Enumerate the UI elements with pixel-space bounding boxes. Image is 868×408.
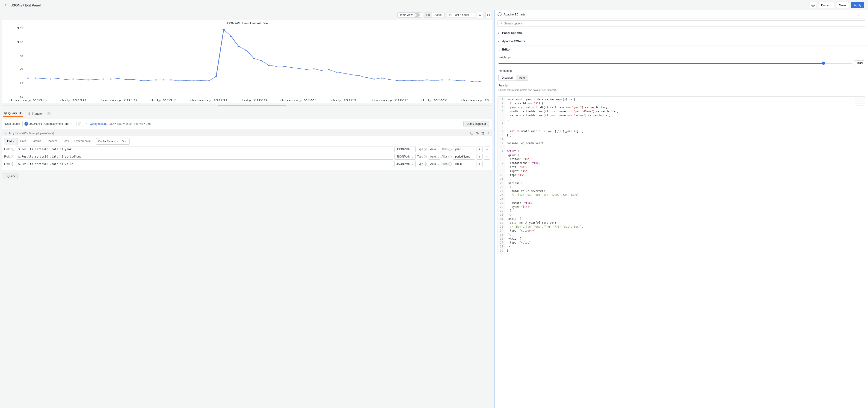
chevron-right-icon[interactable]: › [863, 13, 865, 16]
chevron-down-icon [70, 123, 72, 125]
function-sublabel: Should return parameters and data for se… [498, 89, 864, 91]
drag-handle-icon[interactable] [487, 132, 490, 135]
fill-option[interactable]: Fill [424, 12, 432, 18]
svg-point-44 [200, 80, 202, 81]
remove-field-button[interactable]: − [484, 154, 490, 159]
search-options-input[interactable] [497, 20, 865, 27]
chevron-right-icon: › [498, 39, 500, 43]
formatting-auto[interactable]: Auto [516, 75, 528, 81]
duplicate-icon[interactable] [470, 132, 473, 135]
chevron-down-icon[interactable]: ⌄ [856, 13, 861, 16]
section-title: Apache ECharts [502, 39, 525, 43]
breadcrumb: JSONs / Edit Panel [11, 3, 40, 7]
svg-point-27 [72, 79, 74, 80]
clock-icon [449, 13, 452, 17]
field-row: Field i $.Results.series[0].data[*].valu… [4, 160, 490, 168]
svg-point-38 [155, 80, 157, 81]
svg-point-88 [489, 133, 489, 134]
code-editor[interactable]: 1 2 3 4 5 6 7 8 9 10 11 12 13 14 15 16 1… [497, 96, 865, 254]
info-icon: i [11, 155, 14, 158]
add-field-button[interactable]: + [476, 154, 483, 159]
field-lang-select[interactable]: JSONPath ⌄ [395, 146, 416, 152]
section-apache-echarts[interactable]: › Apache ECharts [495, 37, 868, 45]
height-value-input[interactable] [854, 60, 864, 66]
datasource-select[interactable]: i JSON API - Unemployment rate [22, 121, 74, 127]
svg-point-39 [162, 80, 165, 81]
svg-point-50 [245, 50, 247, 51]
eye-icon[interactable] [475, 132, 479, 135]
back-arrow-icon[interactable] [4, 3, 8, 7]
chart-scroll[interactable] [2, 105, 492, 106]
echarts-logo-icon [497, 12, 502, 17]
chevron-down-icon [470, 14, 473, 16]
section-editor[interactable]: ⌄ Editor [495, 46, 868, 54]
unemployment-chart: 03691215January 2018July 2018January 201… [5, 26, 489, 103]
tab-transform[interactable]: Transform 0 [27, 110, 52, 117]
svg-point-0 [813, 5, 814, 5]
svg-point-72 [411, 80, 413, 81]
actual-option[interactable]: Actual [432, 12, 444, 18]
svg-point-92 [500, 22, 502, 24]
datasource-help-button[interactable]: i [76, 121, 83, 127]
query-options-link[interactable]: Query options [90, 122, 107, 125]
svg-text:July 2021: July 2021 [331, 99, 358, 101]
field-lang-select[interactable]: JSONPath ⌄ [395, 161, 416, 167]
svg-point-76 [441, 80, 443, 81]
svg-point-42 [185, 80, 187, 81]
trash-icon[interactable] [481, 132, 484, 135]
field-tab-fields[interactable]: Fields [4, 138, 18, 145]
svg-point-87 [488, 133, 488, 134]
field-tab-headers[interactable]: Headers [44, 138, 60, 145]
viz-picker-title[interactable]: Apache ECharts [503, 13, 855, 16]
svg-point-26 [65, 79, 67, 80]
remove-field-button[interactable]: − [484, 161, 490, 167]
section-panel-options[interactable]: › Panel options [495, 29, 868, 37]
svg-point-61 [328, 69, 330, 70]
refresh-button[interactable] [485, 12, 492, 18]
chevron-down-icon[interactable] [4, 132, 6, 135]
svg-point-89 [488, 134, 488, 135]
svg-point-82 [4, 112, 6, 113]
cache-value[interactable]: 5m [121, 139, 127, 143]
field-tab-experimental[interactable]: Experimental [72, 138, 93, 145]
database-icon [4, 112, 7, 115]
type-label: Type i [417, 155, 427, 158]
svg-point-32 [110, 79, 112, 80]
query-inspector-button[interactable]: Query inspector [463, 121, 489, 127]
alias-label: Alias i [441, 155, 452, 158]
info-icon: i [11, 163, 14, 166]
field-expression-input[interactable]: $.Results.series[0].data[*].year [16, 146, 393, 152]
remove-field-button[interactable]: − [484, 146, 490, 152]
svg-text:9: 9 [20, 54, 24, 57]
time-range-picker[interactable]: Last 6 hours [446, 12, 475, 18]
field-type-select[interactable]: Auto ⌄ [428, 146, 440, 152]
height-slider[interactable] [498, 63, 852, 64]
formatting-disabled[interactable]: Disabled [499, 75, 516, 81]
add-field-button[interactable]: + [476, 161, 483, 167]
field-tab-body[interactable]: Body [60, 138, 71, 145]
field-expression-input[interactable]: $.Results.series[0].data[*].value [16, 161, 393, 167]
svg-point-75 [433, 81, 435, 81]
save-button[interactable]: Save [836, 2, 849, 8]
field-alias-input[interactable] [453, 154, 475, 159]
field-expression-input[interactable]: $.Results.series[0].data[*].periodName [16, 154, 393, 159]
apply-button[interactable]: Apply [851, 2, 864, 8]
field-alias-input[interactable] [453, 146, 475, 152]
field-lang-select[interactable]: JSONPath ⌄ [395, 154, 416, 159]
add-field-button[interactable]: + [476, 146, 483, 152]
zoom-out-button[interactable] [477, 12, 484, 18]
field-alias-input[interactable] [453, 161, 475, 167]
panel-settings-button[interactable] [810, 2, 816, 8]
svg-point-47 [222, 29, 225, 30]
add-query-button[interactable]: + Query [2, 173, 18, 179]
query-refid: A [9, 132, 11, 135]
table-view-toggle[interactable]: Table view [398, 12, 422, 18]
field-tab-path[interactable]: Path [18, 138, 29, 145]
field-type-select[interactable]: Auto ⌄ [428, 154, 440, 159]
field-tab-params[interactable]: Params [29, 138, 44, 145]
transform-count-badge: 0 [46, 112, 51, 115]
discard-button[interactable]: Discard [818, 2, 834, 8]
field-type-select[interactable]: Auto ⌄ [428, 161, 440, 167]
tab-query[interactable]: Query 1 [3, 110, 23, 117]
plus-icon: + [4, 175, 6, 178]
